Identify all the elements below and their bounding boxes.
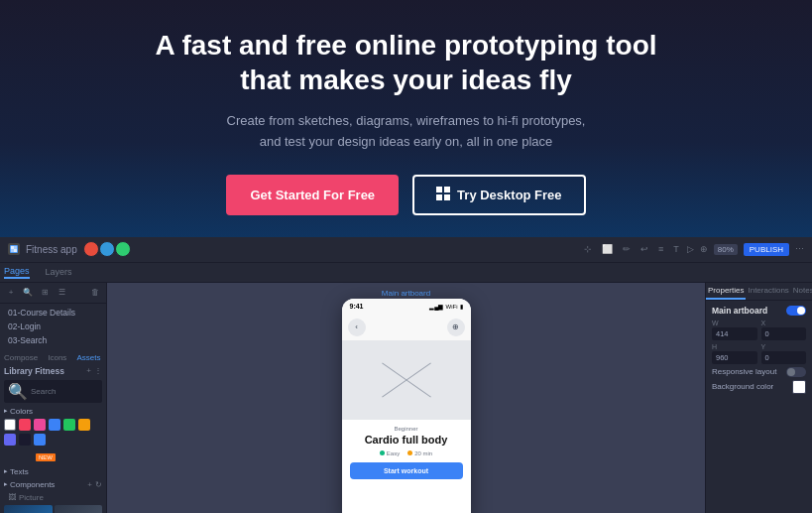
search-icon[interactable]: 🔍 — [21, 286, 35, 300]
canvas[interactable]: Main artboard 9:41 ▂▄▆ WiFi ▮ ‹ ⊕ — [107, 283, 705, 513]
battery-icon: ▮ — [460, 303, 463, 310]
tab-layers[interactable]: Layers — [46, 267, 72, 278]
x-value[interactable]: 0 — [761, 327, 807, 340]
zoom-icon[interactable]: ⊕ — [700, 244, 708, 254]
library-title: Library Fitness — [4, 366, 64, 376]
zoom-level[interactable]: 80% — [714, 244, 738, 255]
try-desktop-button[interactable]: Try Desktop Free — [412, 175, 586, 215]
toolbar-left: Fitness app — [8, 241, 576, 257]
signal-icon: ▂▄▆ — [429, 303, 443, 310]
swatch-white[interactable] — [4, 419, 16, 431]
phone-back-btn[interactable]: ‹ — [348, 319, 366, 336]
phone-image-area — [342, 340, 471, 420]
thumb-2[interactable] — [55, 505, 103, 513]
swatch-green[interactable] — [63, 419, 75, 431]
search-icon-small: 🔍 — [8, 382, 28, 401]
toolbar-right: ▷ ⊕ 80% PUBLISH ⋯ — [687, 243, 804, 256]
layer-search[interactable]: 03-Search — [4, 333, 102, 347]
grid-icon[interactable]: ⊞ — [38, 286, 52, 300]
text-icon[interactable]: T — [673, 244, 679, 254]
swatch-blue[interactable] — [49, 419, 60, 431]
tab-pages[interactable]: Pages — [4, 266, 30, 279]
right-sidebar: Properties Interactions Notes Main artbo… — [705, 283, 812, 513]
phone-navigation: ‹ ⊕ — [342, 315, 471, 340]
workout-badge: Beginner — [350, 426, 463, 432]
get-started-button[interactable]: Get Started For Free — [226, 175, 399, 215]
app-toolbar: Fitness app ⊹ ⬜ ✏ ↩ ≡ T ▷ ⊕ 80% PUBLISH … — [0, 237, 812, 263]
phone-mockup: 9:41 ▂▄▆ WiFi ▮ ‹ ⊕ Beginner — [342, 299, 471, 513]
artboard-toggle[interactable] — [786, 306, 806, 316]
library-header: Library Fitness + ⋮ — [0, 364, 106, 378]
asset-search-bar[interactable]: 🔍 Search — [4, 380, 102, 403]
workout-title: Cardio full body — [350, 434, 463, 447]
align-icon[interactable]: ≡ — [658, 244, 663, 254]
texts-label: Texts — [4, 467, 102, 476]
svg-rect-3 — [444, 194, 450, 200]
icons-tab[interactable]: Icons — [48, 353, 66, 362]
more-options-icon[interactable]: ⋯ — [795, 244, 804, 254]
svg-rect-2 — [436, 194, 442, 200]
responsive-row: Responsive layout — [712, 367, 806, 377]
components-section: Components + ↻ 🖼 Picture — [0, 478, 106, 505]
thumb-1[interactable] — [4, 505, 53, 513]
responsive-toggle[interactable] — [786, 367, 806, 377]
delete-icon[interactable]: 🗑 — [88, 286, 102, 300]
pen-tool-icon[interactable]: ✏ — [623, 244, 631, 254]
assets-tab[interactable]: Assets — [76, 353, 100, 362]
layer-login[interactable]: 02-Login — [4, 320, 102, 333]
phone-content: Beginner Cardio full body Easy 20 min St… — [342, 420, 471, 485]
start-workout-button[interactable]: Start workout — [350, 462, 463, 479]
swatch-yellow[interactable] — [78, 419, 90, 431]
dimensions-row-2: H 960 Y 0 — [712, 343, 806, 364]
compose-tab[interactable]: Compose — [4, 353, 38, 362]
swatch-red[interactable] — [19, 419, 31, 431]
height-field: H 960 — [712, 343, 757, 364]
tab-interactions[interactable]: Interactions — [746, 283, 790, 300]
asset-tabs: Compose Icons Assets — [0, 349, 106, 364]
right-panel-tabs: Properties Interactions Notes — [706, 283, 812, 301]
y-value[interactable]: 0 — [761, 351, 807, 364]
width-field: W 414 — [712, 320, 757, 340]
right-panel-content: Main artboard W 414 X 0 — [706, 301, 812, 399]
colors-section: Colors NEW — [0, 405, 106, 465]
bg-color-label: Background color — [712, 382, 773, 391]
phone-time: 9:41 — [350, 303, 364, 310]
preview-icon[interactable]: ▷ — [687, 244, 694, 254]
bg-color-row: Background color — [712, 380, 806, 394]
undo-icon[interactable]: ↩ — [640, 244, 648, 254]
publish-button[interactable]: PUBLISH — [744, 243, 789, 256]
layers-panel: 01-Course Details 02-Login 03-Search — [0, 304, 106, 349]
swatch-pink[interactable] — [34, 419, 46, 431]
swatch-purple[interactable] — [4, 434, 16, 446]
component-refresh-icon[interactable]: ↻ — [95, 480, 102, 489]
tab-properties[interactable]: Properties — [706, 283, 746, 300]
height-value[interactable]: 960 — [712, 351, 757, 364]
tab-notes[interactable]: Notes — [791, 283, 812, 300]
component-actions: + ↻ — [87, 480, 102, 489]
app-section: Fitness app ⊹ ⬜ ✏ ↩ ≡ T ▷ ⊕ 80% PUBLISH … — [0, 237, 812, 513]
layer-course-details[interactable]: 01-Course Details — [4, 306, 102, 320]
library-add-icon[interactable]: + — [86, 366, 91, 375]
width-value[interactable]: 414 — [712, 327, 757, 340]
library-actions: + ⋮ — [86, 366, 102, 375]
frame-tool-icon[interactable]: ⬜ — [602, 244, 613, 254]
colors-label: Colors — [4, 407, 102, 416]
picture-label: 🖼 Picture — [4, 492, 102, 503]
avatar-2 — [99, 241, 115, 257]
workout-difficulty: Easy — [380, 450, 400, 456]
swatch-dark[interactable] — [19, 434, 31, 446]
library-menu-icon[interactable]: ⋮ — [94, 366, 102, 375]
select-tool-icon[interactable]: ⊹ — [584, 244, 592, 254]
phone-share-btn[interactable]: ⊕ — [447, 319, 465, 336]
artboard-label: Main artboard — [382, 289, 430, 298]
svg-rect-7 — [11, 249, 14, 252]
app-title: Fitness app — [26, 244, 77, 255]
avatar-1 — [83, 241, 99, 257]
component-add-icon[interactable]: + — [87, 480, 92, 489]
hero-buttons: Get Started For Free Try Desktop Free — [20, 175, 792, 215]
bg-color-swatch[interactable] — [792, 380, 806, 394]
add-page-icon[interactable]: + — [4, 286, 18, 300]
app-logo-icon — [8, 243, 20, 255]
list-icon[interactable]: ☰ — [55, 286, 68, 300]
swatch-selected[interactable] — [34, 434, 46, 446]
